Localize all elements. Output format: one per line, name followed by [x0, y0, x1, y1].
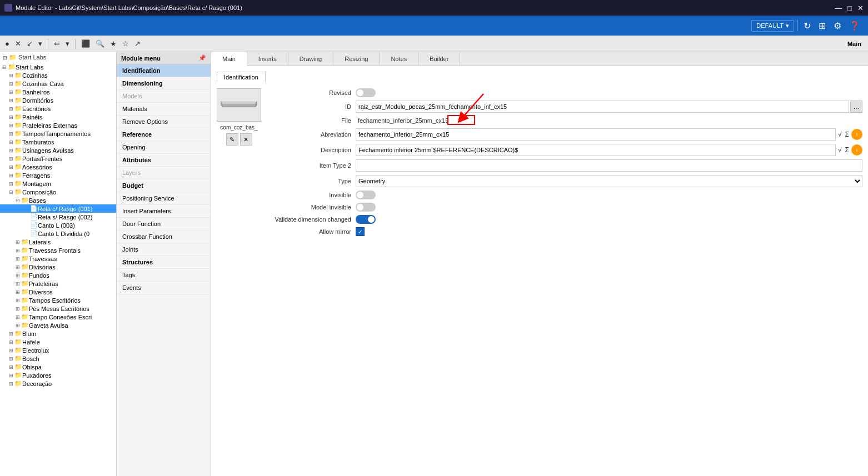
tree-item[interactable]: ⊞📁 Travessas Frontais: [0, 246, 116, 254]
tree-item[interactable]: ⊞📁 Banheiros: [0, 88, 116, 96]
tree-toggle-icon[interactable]: ⊞: [16, 314, 20, 320]
tree-toggle-icon[interactable]: ⊞: [9, 331, 13, 337]
tree-item[interactable]: ⊞📁 Cozinhas Cava: [0, 79, 116, 88]
tree-toggle-icon[interactable]: ⊞: [9, 139, 13, 145]
tree-item[interactable]: ⊞📁 Laterais: [0, 238, 116, 246]
tree-item[interactable]: ⊞📁 Divisórias: [0, 263, 116, 271]
tree-toggle-icon[interactable]: ⊞: [9, 73, 13, 78]
tree-toggle-icon[interactable]: ⊞: [9, 356, 13, 362]
tab-drawing[interactable]: Drawing: [288, 52, 333, 66]
back-button[interactable]: ⇐: [52, 38, 62, 49]
menu-item[interactable]: Opening: [117, 141, 211, 154]
menu-item[interactable]: Crossbar Function: [117, 231, 211, 243]
tree-toggle-icon[interactable]: ⊞: [9, 81, 13, 87]
fav-btn2[interactable]: ☆: [121, 38, 131, 49]
tree-toggle-icon[interactable]: ⊟: [9, 189, 13, 195]
menu-item[interactable]: Tags: [117, 269, 211, 282]
tab-notes[interactable]: Notes: [380, 52, 418, 66]
id-browse-button[interactable]: …: [850, 101, 862, 113]
tree-toggle-icon[interactable]: ⊞: [9, 381, 13, 387]
minimize-button[interactable]: —: [835, 4, 842, 12]
refresh-button[interactable]: ↻: [801, 19, 813, 32]
menu-item[interactable]: Remove Options: [117, 116, 211, 128]
tree-toggle-icon[interactable]: ⊞: [16, 248, 20, 253]
tree-item[interactable]: ⊞📁 Electrolux: [0, 346, 116, 354]
tree-item[interactable]: ⊞📁 Ferragens: [0, 171, 116, 179]
tree-item[interactable]: ⊞📁 Puxadores: [0, 371, 116, 379]
export-button[interactable]: ↗: [133, 38, 142, 49]
tree-toggle-icon[interactable]: ⊞: [16, 323, 20, 328]
arrow-btn1[interactable]: ↙: [25, 38, 34, 49]
tree-item[interactable]: ⊞📁 Montagem: [0, 179, 116, 188]
invisible-toggle[interactable]: [356, 191, 376, 199]
menu-item[interactable]: Positioning Service: [117, 192, 211, 205]
tree-item[interactable]: ⊞📁 Fundos: [0, 271, 116, 279]
help-button[interactable]: ❓: [847, 19, 862, 32]
tree-item[interactable]: ⊟📁 Bases: [0, 196, 116, 204]
tree-toggle-icon[interactable]: ⊞: [16, 273, 20, 278]
abreviation-input[interactable]: [356, 128, 836, 141]
tree-item[interactable]: ⊞📁 Portas/Frentes: [0, 154, 116, 163]
tree-item[interactable]: ⊞📁 Pés Mesas Escritórios: [0, 304, 116, 313]
menu-item[interactable]: Door Function: [117, 218, 211, 231]
tree-item[interactable]: ⊞📁 Usinagens Avulsas: [0, 146, 116, 154]
menu-item[interactable]: Attributes: [117, 154, 211, 167]
tree-item[interactable]: ⊞📁 Acessórios: [0, 163, 116, 171]
tree-toggle-icon[interactable]: ⊞: [9, 114, 13, 120]
grid-button[interactable]: ⊞: [816, 19, 828, 32]
tree-item[interactable]: 📄 Reta s/ Rasgo (002): [0, 213, 116, 221]
sqrt-button-abr[interactable]: √: [837, 131, 843, 138]
tree-toggle-icon[interactable]: ⊞: [16, 281, 20, 287]
tree-toggle-icon[interactable]: ⊞: [9, 89, 13, 95]
menu-item[interactable]: Reference: [117, 128, 211, 141]
tree-toggle-icon[interactable]: ⊞: [9, 148, 13, 153]
tree-toggle-icon[interactable]: ⊞: [9, 339, 13, 345]
tree-toggle-icon[interactable]: ⊞: [16, 264, 20, 270]
pin-icon[interactable]: 📌: [198, 54, 206, 62]
fav-btn1[interactable]: ★: [108, 38, 118, 49]
tree-item[interactable]: ⊞📁 Obispa: [0, 363, 116, 371]
tree-toggle-icon[interactable]: ⊞: [9, 173, 13, 178]
tree-toggle-icon[interactable]: ⊞: [9, 364, 13, 370]
tab-main[interactable]: Main: [211, 52, 247, 66]
item-type2-input[interactable]: [356, 159, 862, 172]
menu-item[interactable]: Events: [117, 282, 211, 294]
validate-toggle[interactable]: [356, 215, 376, 224]
menu-item[interactable]: Structures: [117, 256, 211, 269]
tab-inserts[interactable]: Inserts: [247, 52, 288, 66]
menu-item[interactable]: Dimensioning: [117, 77, 211, 90]
allow-mirror-checkbox[interactable]: [356, 227, 365, 236]
tree-item[interactable]: ⊞📁 Decoração: [0, 379, 116, 388]
dropdown-btn2[interactable]: ▾: [64, 38, 71, 49]
tree-item[interactable]: ⊟📁 Composição: [0, 188, 116, 196]
tree-toggle-icon[interactable]: ⊞: [9, 156, 13, 162]
tree-toggle-icon[interactable]: ⊞: [9, 123, 13, 128]
view-btn[interactable]: ⬛: [79, 38, 92, 49]
model-invisible-toggle[interactable]: [356, 203, 376, 212]
info-button-desc[interactable]: i: [851, 144, 862, 156]
close-button[interactable]: ✕: [857, 4, 864, 12]
search-button[interactable]: 🔍: [94, 38, 106, 49]
type-select[interactable]: Geometry Component Assembly: [356, 175, 862, 187]
tree-item[interactable]: ⊟📁 Start Labs: [0, 63, 116, 71]
sigma-button-abr[interactable]: Σ: [844, 131, 850, 138]
sub-tab-identification[interactable]: Identification: [217, 72, 266, 83]
tree-item[interactable]: ⊞📁 Painéis: [0, 113, 116, 121]
tree-toggle-icon[interactable]: ⊟: [2, 64, 7, 70]
tree-toggle-icon[interactable]: ⊞: [9, 106, 13, 112]
tree-toggle-icon[interactable]: ⊞: [16, 256, 20, 262]
tree-toggle-icon[interactable]: ⊞: [9, 98, 13, 103]
info-button-abr[interactable]: i: [851, 129, 862, 140]
tree-item[interactable]: ⊞📁 Tampos/Tamponamentos: [0, 129, 116, 138]
tree-toggle-icon[interactable]: ⊞: [16, 239, 20, 245]
tree-item[interactable]: ⊞📁 Dormitórios: [0, 96, 116, 104]
tree-item[interactable]: 📄 Canto L (003): [0, 221, 116, 229]
delete-button[interactable]: ✕: [13, 38, 23, 49]
tree-toggle-icon[interactable]: ⊞: [16, 289, 20, 295]
preview-delete-button[interactable]: ✕: [240, 133, 252, 146]
menu-item[interactable]: Identification: [117, 64, 211, 77]
menu-item[interactable]: Layers: [117, 167, 211, 179]
menu-item[interactable]: Budget: [117, 179, 211, 192]
tree-item[interactable]: 📄 Reta c/ Rasgo (001): [0, 204, 116, 213]
menu-item[interactable]: Joints: [117, 243, 211, 256]
